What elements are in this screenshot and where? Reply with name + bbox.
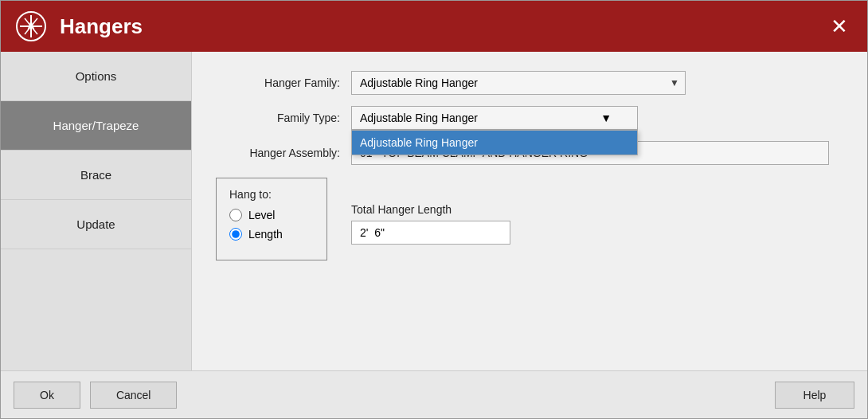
- family-type-container: Adjustable Ring Hanger ▼ Adjustable Ring…: [351, 106, 638, 130]
- bottom-bar: Ok Cancel Help: [1, 370, 867, 418]
- hanger-family-select[interactable]: Adjustable Ring Hanger: [351, 71, 686, 95]
- svg-text:A: A: [27, 20, 35, 32]
- hanger-length-section: Total Hanger Length: [351, 203, 510, 245]
- bottom-left: Ok Cancel: [14, 382, 177, 409]
- family-type-row: Family Type: Adjustable Ring Hanger ▼ Ad…: [216, 106, 843, 130]
- hang-to-section: Hang to: Level Length Total Hanger Lengt…: [216, 178, 843, 260]
- title-bar: A Hangers ✕: [1, 1, 867, 52]
- radio-level[interactable]: [229, 209, 242, 221]
- content-area: Options Hanger/Trapeze Brace Update Hang…: [1, 52, 867, 370]
- close-button[interactable]: ✕: [824, 13, 854, 40]
- dialog: A Hangers ✕ Options Hanger/Trapeze Brace…: [0, 0, 868, 419]
- total-hanger-length-input[interactable]: [351, 221, 510, 245]
- radio-length[interactable]: [229, 228, 242, 241]
- total-hanger-length-label: Total Hanger Length: [351, 203, 510, 216]
- sidebar-item-hanger-trapeze[interactable]: Hanger/Trapeze: [1, 101, 191, 151]
- radio-level-label: Level: [248, 209, 275, 221]
- family-type-select[interactable]: Adjustable Ring Hanger ▼: [351, 106, 638, 130]
- hanger-family-label: Hanger Family:: [216, 76, 351, 89]
- hanger-assembly-label: Hanger Assembly:: [216, 147, 351, 159]
- family-type-dropdown-popup: Adjustable Ring Hanger: [351, 130, 638, 155]
- radio-length-label: Length: [248, 228, 283, 241]
- ok-button[interactable]: Ok: [14, 382, 80, 409]
- cancel-button[interactable]: Cancel: [90, 382, 178, 409]
- help-button[interactable]: Help: [775, 382, 854, 409]
- main-panel: Hanger Family: Adjustable Ring Hanger ▼ …: [192, 52, 867, 370]
- hang-to-label: Hang to:: [229, 188, 314, 201]
- sidebar-item-update[interactable]: Update: [1, 200, 191, 249]
- title-bar-left: A Hangers: [14, 9, 143, 44]
- radio-level-row[interactable]: Level: [229, 209, 314, 221]
- sidebar: Options Hanger/Trapeze Brace Update: [1, 52, 192, 370]
- dialog-title: Hangers: [60, 14, 143, 39]
- family-type-label: Family Type:: [216, 112, 351, 124]
- sidebar-item-options[interactable]: Options: [1, 52, 191, 101]
- hang-to-box: Hang to: Level Length: [216, 178, 327, 260]
- hanger-family-dropdown-wrapper: Adjustable Ring Hanger ▼: [351, 71, 686, 95]
- radio-length-row[interactable]: Length: [229, 228, 314, 241]
- sidebar-item-brace[interactable]: Brace: [1, 151, 191, 200]
- app-icon: A: [14, 9, 49, 44]
- hanger-family-row: Hanger Family: Adjustable Ring Hanger ▼: [216, 71, 843, 95]
- family-type-option-1[interactable]: Adjustable Ring Hanger: [352, 131, 637, 155]
- family-type-arrow-icon: ▼: [600, 112, 612, 124]
